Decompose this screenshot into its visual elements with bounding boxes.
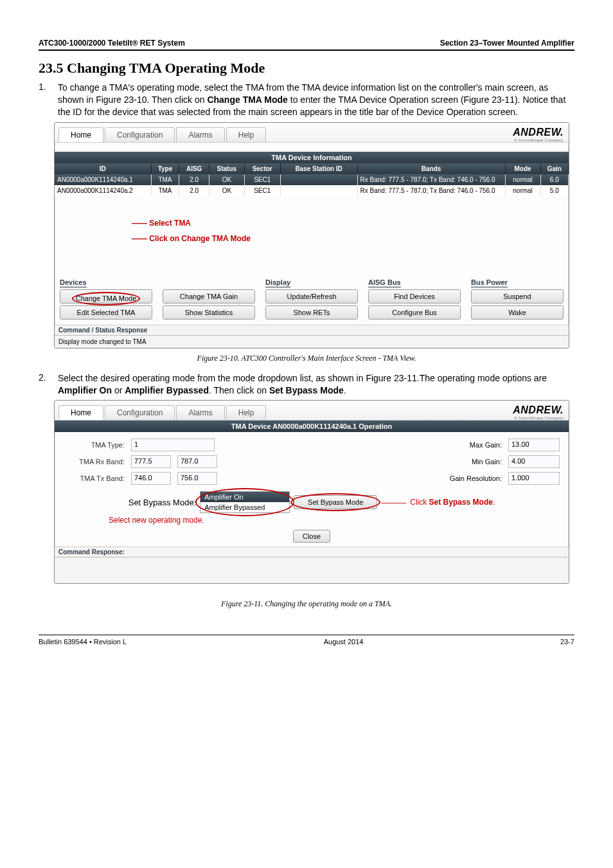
group-devices: Devices Change TMA Mode Edit Selected TM… <box>60 277 152 320</box>
button-bar: Devices Change TMA Mode Edit Selected TM… <box>55 272 569 325</box>
tab-help[interactable]: Help <box>226 127 267 142</box>
change-tma-mode-button[interactable]: Change TMA Mode <box>60 289 152 303</box>
annot1-a: Select <box>149 219 174 228</box>
group-bus-power-label: Bus Power <box>471 278 508 287</box>
mode-dropdown[interactable]: Amplifier On Amplifier Bypassed <box>200 491 290 513</box>
annot-a: Click <box>410 498 429 507</box>
app-window-2: Home Configuration Alarms Help ANDREW. A… <box>54 400 569 584</box>
highlight-oval: Change TMA Mode <box>72 292 141 305</box>
annotation-block: —— Select TMA —— Click on Change TMA Mod… <box>132 215 569 246</box>
step-2: 2. Select the desired operating mode fro… <box>39 372 574 397</box>
caption-23-11: Figure 23-11. Changing the operating mod… <box>39 599 574 609</box>
col-aisg: AISG <box>179 163 209 174</box>
cell-mode: normal <box>505 185 540 196</box>
tx-band-input-1[interactable]: 746.0 <box>131 472 171 485</box>
edit-selected-tma-button[interactable]: Edit Selected TMA <box>60 305 152 320</box>
cell-bands: Rx Band: 777.5 - 787.0; Tx Band: 746.0 -… <box>357 185 505 196</box>
brand-subtext: A CommScope Company <box>513 138 564 142</box>
annot-click-set-bypass: Click Set Bypass Mode. <box>410 498 495 507</box>
dropdown-option[interactable]: Amplifier Bypassed <box>200 502 289 512</box>
group-aisg-bus-label: AISG Bus <box>368 278 401 287</box>
col-mode: Mode <box>505 163 540 174</box>
table-row-selected[interactable]: AN0000a000K1114240a.1 TMA 2.0 OK SEC1 Rx… <box>55 174 569 185</box>
step2-text-c: . Then click on <box>209 385 269 395</box>
tma-operation-header: TMA Device AN0000a000K1114240a.1 Operati… <box>55 420 569 432</box>
caption-23-10: Figure 23-10. ATC300 Controller's Main I… <box>39 354 574 363</box>
tab-alarms[interactable]: Alarms <box>176 127 224 142</box>
step2-bold-c: Set Bypass Mode <box>269 385 344 395</box>
annot2-b: Change TMA Mode <box>181 234 251 243</box>
step2-text-d: . <box>344 385 346 395</box>
step2-bold-b: Amplifier Bypassed <box>125 385 209 395</box>
row-tma-type: TMA Type: 1 Max Gain: 13.00 <box>64 439 560 451</box>
tab-configuration[interactable]: Configuration <box>105 405 175 420</box>
wake-button[interactable]: Wake <box>471 305 564 320</box>
step-1: 1. To change a TMA's operating mode, sel… <box>39 82 574 118</box>
set-bypass-mode-label: Set Bypass Mode: <box>129 498 197 507</box>
tma-type-label: TMA Type: <box>64 441 125 449</box>
tab-home[interactable]: Home <box>58 405 103 420</box>
command-response-header: Command Response: <box>55 547 569 557</box>
group-aisg-bus: AISG Bus Find Devices Configure Bus <box>368 277 461 320</box>
cell-mode: normal <box>505 174 540 185</box>
step2-text-a: Select the desired operating mode from t… <box>58 373 547 383</box>
step2-text-b: or <box>112 385 125 395</box>
cell-aisg: 2.0 <box>179 174 209 185</box>
cell-type: TMA <box>151 174 179 185</box>
footer-center: August 2014 <box>324 638 364 646</box>
tab-home[interactable]: Home <box>58 127 103 142</box>
annot-click-change-mode: —— Click on Change TMA Mode <box>132 231 569 246</box>
group-devices-2: . Change TMA Gain Show Statistics <box>163 277 255 320</box>
cell-status: OK <box>209 185 244 196</box>
col-bands: Bands <box>357 163 505 174</box>
find-devices-button[interactable]: Find Devices <box>368 289 461 303</box>
tx-band-input-2[interactable]: 756.0 <box>177 472 217 485</box>
col-sector: Sector <box>244 163 280 174</box>
brand-text: ANDREW. <box>513 127 564 138</box>
configure-bus-button[interactable]: Configure Bus <box>368 305 461 320</box>
update-refresh-button[interactable]: Update/Refresh <box>265 289 358 303</box>
annot-select-tma: —— Select TMA <box>132 215 569 231</box>
cell-id: AN0000a000K1114240a.1 <box>55 174 151 185</box>
annot-c: . <box>493 498 495 507</box>
row-rx-band: TMA Rx Band: 777.5 787.0 Min Gain: 4.00 <box>64 455 560 468</box>
figure-23-10: Home Configuration Alarms Help ANDREW. A… <box>39 122 574 348</box>
tab-help[interactable]: Help <box>226 405 267 420</box>
brand-logo: ANDREW. A CommScope Company <box>513 125 569 142</box>
change-tma-mode-label: Change TMA Mode <box>76 294 137 302</box>
rx-band-input-1[interactable]: 777.5 <box>131 455 171 468</box>
tab-alarms[interactable]: Alarms <box>176 405 224 420</box>
cell-type: TMA <box>151 185 179 196</box>
tma-type-input[interactable]: 1 <box>131 439 215 451</box>
step-body: Select the desired operating mode from t… <box>58 372 574 397</box>
gain-res-input[interactable]: 1.000 <box>508 472 560 485</box>
step-number: 2. <box>39 372 50 397</box>
tma-info-header: TMA Device Information <box>55 152 569 163</box>
table-row[interactable]: AN0000a000K1114240a.2 TMA 2.0 OK SEC1 Rx… <box>55 185 569 196</box>
set-bypass-mode-button-label: Set Bypass Mode <box>308 498 363 506</box>
row-tx-band: TMA Tx Band: 746.0 756.0 Gain Resolution… <box>64 472 560 485</box>
show-rets-button[interactable]: Show RETs <box>265 305 358 320</box>
page-header: ATC300-1000/2000 Teletilt® RET System Se… <box>39 39 574 51</box>
group-display-label: Display <box>265 278 290 287</box>
brand-logo: ANDREW. A CommScope Company <box>513 403 569 420</box>
footer-right: 23-7 <box>560 638 574 646</box>
rx-band-input-2[interactable]: 787.0 <box>177 455 217 468</box>
figure-23-11: Home Configuration Alarms Help ANDREW. A… <box>39 400 574 584</box>
max-gain-input[interactable]: 13.00 <box>508 439 560 451</box>
cell-status: OK <box>209 174 244 185</box>
cell-bands: Rx Band: 777.5 - 787.0; Tx Band: 746.0 -… <box>357 174 505 185</box>
show-statistics-button[interactable]: Show Statistics <box>163 305 255 320</box>
col-type: Type <box>151 163 179 174</box>
set-bypass-mode-button[interactable]: Set Bypass Mode <box>294 495 377 509</box>
dropdown-selected[interactable]: Amplifier On <box>200 492 289 502</box>
cell-sector: SEC1 <box>244 185 280 196</box>
suspend-button[interactable]: Suspend <box>471 289 564 303</box>
close-button[interactable]: Close <box>293 530 330 543</box>
step-number: 1. <box>39 82 50 118</box>
brand-subtext: A CommScope Company <box>513 416 564 420</box>
col-base: Base Station ID <box>280 163 357 174</box>
tab-configuration[interactable]: Configuration <box>105 127 175 142</box>
change-tma-gain-button[interactable]: Change TMA Gain <box>163 289 255 303</box>
min-gain-input[interactable]: 4.00 <box>508 455 560 468</box>
